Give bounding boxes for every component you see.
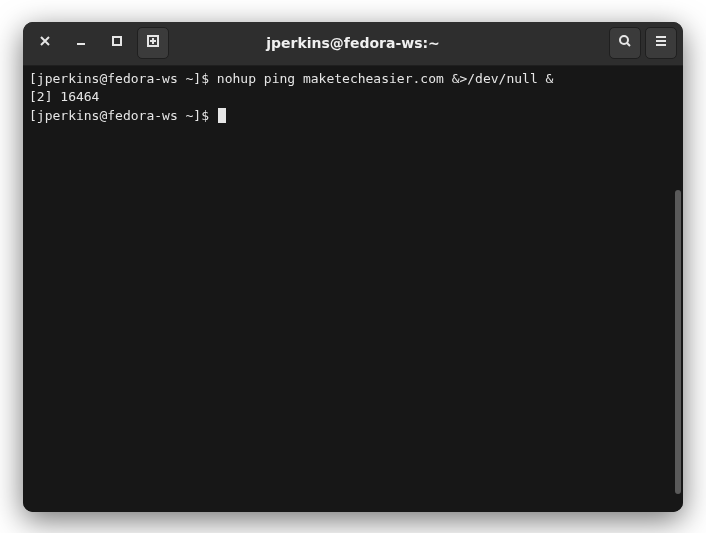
cursor-icon [218, 108, 226, 123]
search-button[interactable] [609, 27, 641, 59]
terminal-line: [jperkins@fedora-ws ~]$ nohup ping maket… [29, 70, 667, 89]
close-icon [37, 33, 53, 53]
titlebar-right-controls [609, 27, 677, 59]
scrollbar-thumb[interactable] [675, 190, 681, 493]
terminal-window: jperkins@fedora-ws:~ [jperkins@fedora-ws… [23, 22, 683, 512]
svg-rect-0 [113, 37, 121, 45]
terminal-content[interactable]: [jperkins@fedora-ws ~]$ nohup ping maket… [23, 66, 673, 512]
new-tab-icon [145, 33, 161, 53]
titlebar: jperkins@fedora-ws:~ [23, 22, 683, 66]
search-icon [617, 33, 633, 53]
scrollbar[interactable] [673, 66, 683, 512]
window-title: jperkins@fedora-ws:~ [266, 35, 440, 51]
maximize-button[interactable] [101, 27, 133, 59]
minimize-icon [73, 33, 89, 53]
menu-button[interactable] [645, 27, 677, 59]
terminal-line: [jperkins@fedora-ws ~]$ [29, 107, 667, 126]
hamburger-icon [653, 33, 669, 53]
maximize-icon [109, 33, 125, 53]
terminal-line: [2] 16464 [29, 88, 667, 107]
svg-point-2 [620, 36, 628, 44]
titlebar-left-controls [29, 27, 169, 59]
terminal-area: [jperkins@fedora-ws ~]$ nohup ping maket… [23, 66, 683, 512]
minimize-button[interactable] [65, 27, 97, 59]
terminal-prompt-text: [jperkins@fedora-ws ~]$ [29, 108, 217, 123]
close-button[interactable] [29, 27, 61, 59]
new-tab-button[interactable] [137, 27, 169, 59]
